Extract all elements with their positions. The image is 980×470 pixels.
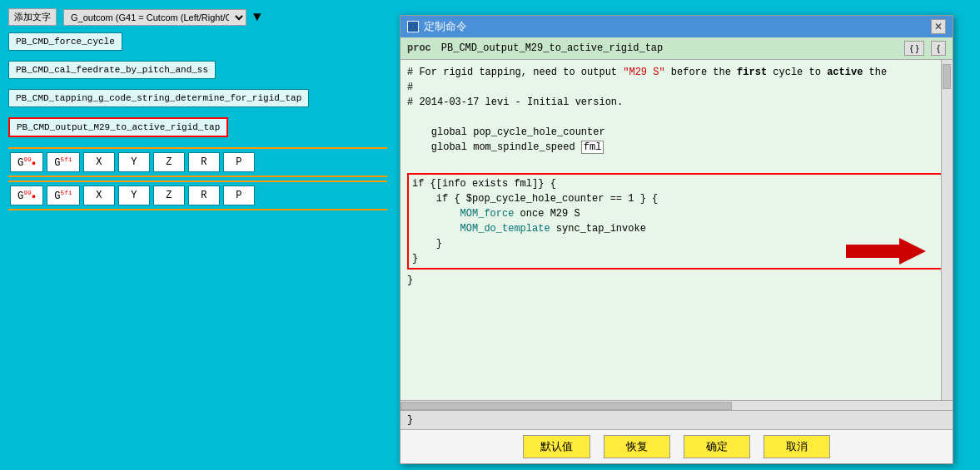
cutcom-select[interactable]: G_outcom (G41 = Cutcom (Left/Right/Off)) [63,9,246,26]
cmd-cal-feedrate-button[interactable]: PB_CMD_cal_feedrate_by_pitch_and_ss [8,61,216,79]
customize-command-dialog: 定制命令 ✕ proc { } { # For rigid tapping, n… [400,15,953,464]
code-line-comment1: # For rigid tapping, need to output "M29… [407,65,946,80]
g5fi-button-1[interactable]: G5fi [47,152,80,172]
p-button-1[interactable]: P [223,152,255,172]
dialog-footer: 默认值 恢复 确定 取消 [400,429,953,463]
x-button-2[interactable]: X [83,186,115,205]
cmd-force-cycle-button[interactable]: PB_CMD_force_cycle [8,32,122,51]
code-if-counter-line: if { $pop_cycle_hole_counter == 1 } { [412,191,941,206]
code-line-blank2 [407,155,946,170]
default-value-button[interactable]: 默认值 [523,435,590,458]
add-text-button[interactable]: 添加文字 [8,8,57,26]
dialog-title: 定制命令 [424,19,467,34]
confirm-button[interactable]: 确定 [684,435,750,458]
code-line-global1: global pop_cycle_hole_counter [407,125,946,140]
code-line-global2: global mom_spindle_speed fml [407,140,946,155]
gcode-row-2: G99● G5fi X Y Z R P [8,181,387,210]
scrollbar-track[interactable] [400,402,953,410]
gcode-row-1: G99● G5fi X Y Z R P [8,147,387,177]
cmd-output-row: PB_CMD_output_M29_to_active_rigid_tap [8,117,387,142]
scrollbar-thumb[interactable] [400,402,732,410]
vertical-scrollbar-thumb[interactable] [943,64,951,89]
proc-input[interactable] [438,41,898,56]
code-mom-force-line: MOM_force once M29 S [412,206,941,221]
vertical-scrollbar[interactable] [941,60,953,400]
restore-button[interactable]: 恢复 [604,435,670,458]
dropdown-arrow-icon: ▼ [253,10,261,25]
y-button-1[interactable]: Y [118,152,150,172]
red-arrow-icon [844,235,928,268]
proc-label: proc [407,42,431,54]
svg-marker-0 [846,238,926,265]
left-panel: 添加文字 G_outcom (G41 = Cutcom (Left/Right/… [0,0,395,470]
dialog-titlebar: 定制命令 ✕ [400,16,953,37]
z-button-1[interactable]: Z [153,152,185,172]
dialog-toolbar: proc { } { [400,37,953,60]
cmd-force-cycle-row: PB_CMD_force_cycle [8,32,387,56]
r-button-2[interactable]: R [188,186,220,205]
arrow-container [844,235,928,272]
cmd-tapping-button[interactable]: PB_CMD_tapping_g_code_string_determine_f… [8,89,309,107]
toolbar-brace-button[interactable]: { [931,41,946,56]
top-bar: 添加文字 G_outcom (G41 = Cutcom (Left/Right/… [8,8,387,26]
x-button-1[interactable]: X [83,152,115,172]
cmd-tapping-row: PB_CMD_tapping_g_code_string_determine_f… [8,89,387,112]
dialog-close-button[interactable]: ✕ [931,19,946,34]
code-line-blank1 [407,110,946,125]
code-closing-brace: } [407,273,946,288]
r-button-1[interactable]: R [188,152,220,172]
dialog-code-content[interactable]: # For rigid tapping, need to output "M29… [400,60,953,400]
g99-button-2[interactable]: G99● [10,186,43,205]
cmd-cal-feedrate-row: PB_CMD_cal_feedrate_by_pitch_and_ss [8,61,387,84]
dialog-bottom-bar: } [400,410,953,429]
cmd-output-button[interactable]: PB_CMD_output_M29_to_active_rigid_tap [8,117,228,137]
y-button-2[interactable]: Y [118,186,150,205]
dialog-title-icon [407,21,419,32]
toolbar-braces-button[interactable]: { } [904,41,924,56]
horizontal-scrollbar[interactable] [400,400,953,410]
code-if-line: if {[info exists fml]} { [412,176,941,191]
p-button-2[interactable]: P [223,186,255,205]
dialog-titlebar-left: 定制命令 [407,19,467,34]
cancel-button[interactable]: 取消 [764,435,830,458]
z-button-2[interactable]: Z [153,186,185,205]
code-line-comment2: # [407,80,946,95]
code-line-comment3: # 2014-03-17 levi - Initial version. [407,95,946,110]
g5fi-button-2[interactable]: G5fi [47,186,80,205]
g99-button-1[interactable]: G99● [10,152,43,172]
